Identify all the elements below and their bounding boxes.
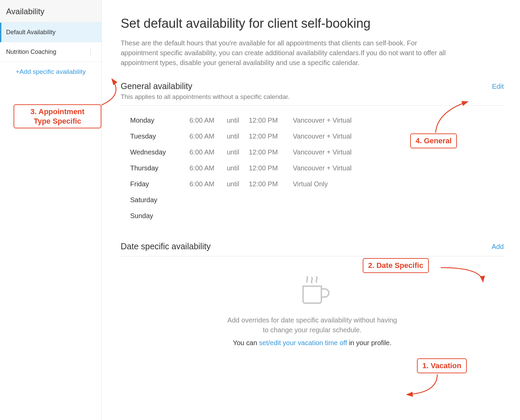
vacation-suffix: in your profile.: [347, 339, 392, 346]
schedule-row: Monday6:00 AMuntil12:00 PMVancouver + Vi…: [130, 112, 504, 128]
schedule-day: Sunday: [130, 212, 189, 220]
page-title: Set default availability for client self…: [121, 16, 504, 31]
general-availability-section: General availability This applies to all…: [121, 81, 504, 234]
schedule-end-time: 12:00 PM: [249, 117, 293, 124]
general-availability-title: General availability: [121, 81, 290, 91]
edit-general-availability-link[interactable]: Edit: [492, 81, 504, 90]
sidebar-item-default-availability[interactable]: Default Availability: [0, 23, 101, 42]
schedule-location: Virtual Only: [293, 180, 328, 188]
schedule-until: until: [227, 117, 249, 124]
schedule-day: Saturday: [130, 196, 189, 204]
date-specific-empty-state: Add overrides for date specific availabi…: [121, 260, 504, 347]
sidebar-item-label: Nutrition Coaching: [6, 48, 56, 56]
date-specific-section: Date specific availability Add: [121, 241, 504, 347]
schedule-start-time: 6:00 AM: [189, 180, 227, 188]
main-content: Set default availability for client self…: [102, 0, 520, 420]
schedule-end-time: 12:00 PM: [249, 132, 293, 140]
general-availability-subtitle: This applies to all appointments without…: [121, 93, 290, 101]
schedule-end-time: 12:00 PM: [249, 148, 293, 156]
add-date-specific-link[interactable]: Add: [492, 241, 504, 251]
date-specific-title: Date specific availability: [121, 241, 211, 251]
vacation-line: You can set/edit your vacation time off …: [121, 339, 504, 347]
schedule-row: Tuesday6:00 AMuntil12:00 PMVancouver + V…: [130, 128, 504, 144]
sidebar-item-label: Default Availability: [6, 29, 56, 36]
schedule-day: Friday: [130, 180, 189, 188]
schedule-end-time: 12:00 PM: [249, 164, 293, 172]
weekly-schedule: Monday6:00 AMuntil12:00 PMVancouver + Vi…: [121, 110, 504, 234]
schedule-row: Thursday6:00 AMuntil12:00 PMVancouver + …: [130, 160, 504, 176]
schedule-until: until: [227, 180, 249, 188]
schedule-start-time: 6:00 AM: [189, 132, 227, 140]
schedule-start-time: 6:00 AM: [189, 164, 227, 172]
schedule-end-time: 12:00 PM: [249, 180, 293, 188]
add-specific-availability-link[interactable]: +Add specific availability: [0, 62, 101, 82]
schedule-until: until: [227, 132, 249, 140]
schedule-location: Vancouver + Virtual: [293, 117, 352, 124]
schedule-row: Sunday: [130, 208, 504, 224]
schedule-start-time: 6:00 AM: [189, 117, 227, 124]
vacation-prefix: You can: [233, 339, 259, 346]
sidebar-header: Availability: [0, 0, 101, 23]
vacation-link[interactable]: set/edit your vacation time off: [259, 339, 347, 346]
schedule-start-time: 6:00 AM: [189, 148, 227, 156]
schedule-day: Wednesday: [130, 148, 189, 156]
schedule-row: Wednesday6:00 AMuntil12:00 PMVancouver +…: [130, 144, 504, 160]
empty-state-text: Add overrides for date specific availabi…: [224, 315, 400, 335]
schedule-day: Thursday: [130, 164, 189, 172]
sidebar-item-nutrition-coaching[interactable]: Nutrition Coaching ⋮: [0, 42, 101, 62]
schedule-location: Vancouver + Virtual: [293, 164, 352, 172]
sidebar: Availability Default Availability Nutrit…: [0, 0, 102, 420]
schedule-location: Vancouver + Virtual: [293, 148, 352, 156]
schedule-until: until: [227, 164, 249, 172]
schedule-until: until: [227, 148, 249, 156]
schedule-row: Saturday: [130, 192, 504, 208]
more-options-icon[interactable]: ⋮: [86, 49, 95, 56]
schedule-day: Tuesday: [130, 132, 189, 140]
schedule-row: Friday6:00 AMuntil12:00 PMVirtual Only: [130, 176, 504, 192]
schedule-day: Monday: [130, 117, 189, 124]
page-description: These are the default hours that you're …: [121, 38, 453, 68]
coffee-mug-icon: [294, 273, 331, 308]
schedule-location: Vancouver + Virtual: [293, 132, 352, 140]
